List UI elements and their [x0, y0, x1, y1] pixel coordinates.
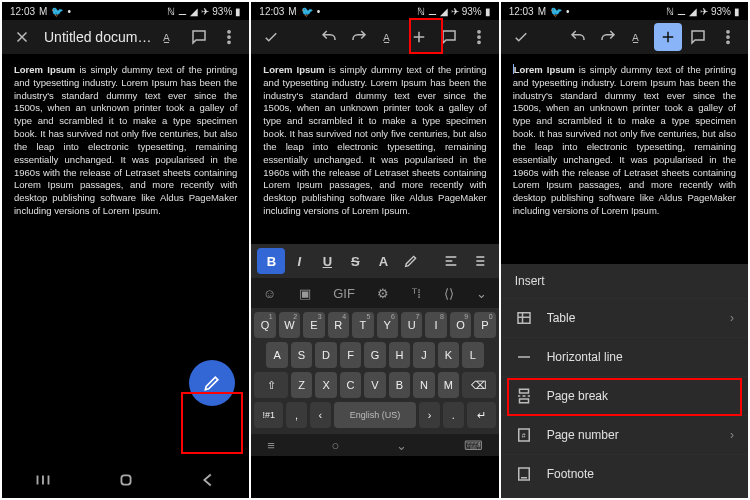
edit-fab[interactable]	[189, 360, 235, 406]
nav-recents[interactable]	[32, 469, 54, 491]
status-time: 12:03	[509, 6, 534, 17]
key-g[interactable]: G	[364, 342, 385, 368]
document-body[interactable]: Lorem Ipsum is simply dummy text of the …	[501, 54, 748, 264]
emoji-icon[interactable]: ☺	[263, 286, 276, 301]
nav-back[interactable]	[197, 469, 219, 491]
expand-icon[interactable]: ⟨⟩	[444, 286, 454, 301]
text-color-button[interactable]: A	[369, 248, 397, 274]
highlight-color-button[interactable]	[397, 248, 425, 274]
comment-icon[interactable]	[684, 23, 712, 51]
done-check-icon[interactable]	[257, 23, 285, 51]
more-icon[interactable]	[465, 23, 493, 51]
redo-icon[interactable]	[345, 23, 373, 51]
symbols-key[interactable]: !#1	[254, 402, 283, 428]
insert-plus-icon[interactable]	[654, 23, 682, 51]
undo-icon[interactable]	[315, 23, 343, 51]
more-icon[interactable]	[714, 23, 742, 51]
key-b[interactable]: B	[389, 372, 410, 398]
nav-keyboard-switch[interactable]: ⌨	[464, 438, 483, 453]
key-k[interactable]: K	[438, 342, 459, 368]
key-v[interactable]: V	[364, 372, 385, 398]
nav-keyboard-hide[interactable]: ⌄	[396, 438, 407, 453]
more-icon[interactable]	[215, 23, 243, 51]
key-z[interactable]: Z	[291, 372, 312, 398]
done-check-icon[interactable]	[507, 23, 535, 51]
text-format-icon[interactable]: A̲	[375, 23, 403, 51]
italic-button[interactable]: I	[285, 248, 313, 274]
nav-home[interactable]	[115, 469, 137, 491]
comment-icon[interactable]	[185, 23, 213, 51]
key-m[interactable]: M	[438, 372, 459, 398]
status-battery: 93%	[462, 6, 482, 17]
doc-title[interactable]: Untitled docum…	[38, 29, 153, 45]
redo-icon[interactable]	[594, 23, 622, 51]
status-icon-wifi: ⚊	[178, 6, 187, 17]
status-icon-wifi: ⚊	[677, 6, 686, 17]
key-t[interactable]: T5	[352, 312, 373, 338]
pagenum-icon: #	[515, 426, 533, 444]
key-p[interactable]: P0	[474, 312, 495, 338]
key-o[interactable]: O9	[450, 312, 471, 338]
key-n[interactable]: N	[413, 372, 434, 398]
text-format-icon[interactable]: A̲	[624, 23, 652, 51]
enter-key[interactable]: ↵	[467, 402, 496, 428]
sticker-icon[interactable]: ▣	[299, 286, 311, 301]
underline-button[interactable]: U	[313, 248, 341, 274]
space-key[interactable]: English (US)	[334, 402, 417, 428]
document-body[interactable]: Lorem Ipsum is simply dummy text of the …	[251, 54, 498, 244]
translate-icon[interactable]: ᵀ⁞	[412, 286, 421, 301]
hr-icon	[515, 348, 533, 366]
insert-item-table[interactable]: Table›	[501, 298, 748, 337]
insert-plus-icon[interactable]	[405, 23, 433, 51]
undo-icon[interactable]	[564, 23, 592, 51]
key-y[interactable]: Y6	[377, 312, 398, 338]
svg-point-10	[727, 31, 729, 33]
status-icon-bird: 🐦	[51, 6, 63, 17]
settings-icon[interactable]: ⚙	[377, 286, 389, 301]
close-icon[interactable]	[8, 23, 36, 51]
nav-home[interactable]: ○	[332, 438, 340, 453]
status-icon-nfc: ℕ	[167, 6, 175, 17]
gif-icon[interactable]: GIF	[333, 286, 355, 301]
insert-sheet-title: Insert	[501, 264, 748, 298]
chevron-down-icon[interactable]: ⌄	[476, 286, 487, 301]
list-button[interactable]	[465, 248, 493, 274]
key-a[interactable]: A	[266, 342, 287, 368]
insert-item-page-number[interactable]: #Page number›	[501, 415, 748, 454]
key-q[interactable]: Q1	[254, 312, 275, 338]
svg-rect-4	[121, 475, 130, 484]
format-toolbar: B I U S A	[251, 244, 498, 278]
lang-right-icon[interactable]: ›	[419, 402, 440, 428]
key-h[interactable]: H	[389, 342, 410, 368]
key-j[interactable]: J	[413, 342, 434, 368]
document-body[interactable]: Lorem Ipsum is simply dummy text of the …	[2, 54, 249, 462]
status-icon-plane: ✈	[700, 6, 708, 17]
text-format-icon[interactable]: A̲	[155, 23, 183, 51]
chevron-right-icon: ›	[730, 311, 734, 325]
nav-recents[interactable]: ≡	[267, 438, 275, 453]
key-x[interactable]: X	[315, 372, 336, 398]
key-e[interactable]: E3	[303, 312, 324, 338]
key-u[interactable]: U7	[401, 312, 422, 338]
comment-icon[interactable]	[435, 23, 463, 51]
insert-item-horizontal-line[interactable]: Horizontal line	[501, 337, 748, 376]
backspace-key[interactable]: ⌫	[462, 372, 496, 398]
bold-button[interactable]: B	[257, 248, 285, 274]
key-r[interactable]: R4	[328, 312, 349, 338]
period-key[interactable]: .	[443, 402, 464, 428]
align-button[interactable]	[437, 248, 465, 274]
lang-left-icon[interactable]: ‹	[310, 402, 331, 428]
insert-item-footnote[interactable]: Footnote	[501, 454, 748, 493]
key-i[interactable]: I8	[425, 312, 446, 338]
key-l[interactable]: L	[462, 342, 483, 368]
insert-item-page-break[interactable]: Page break	[501, 376, 748, 415]
app-bar: A̲	[501, 20, 748, 54]
strikethrough-button[interactable]: S	[341, 248, 369, 274]
key-w[interactable]: W2	[279, 312, 300, 338]
comma-key[interactable]: ,	[286, 402, 307, 428]
key-c[interactable]: C	[340, 372, 361, 398]
shift-key[interactable]: ⇧	[254, 372, 288, 398]
key-s[interactable]: S	[291, 342, 312, 368]
key-f[interactable]: F	[340, 342, 361, 368]
key-d[interactable]: D	[315, 342, 336, 368]
